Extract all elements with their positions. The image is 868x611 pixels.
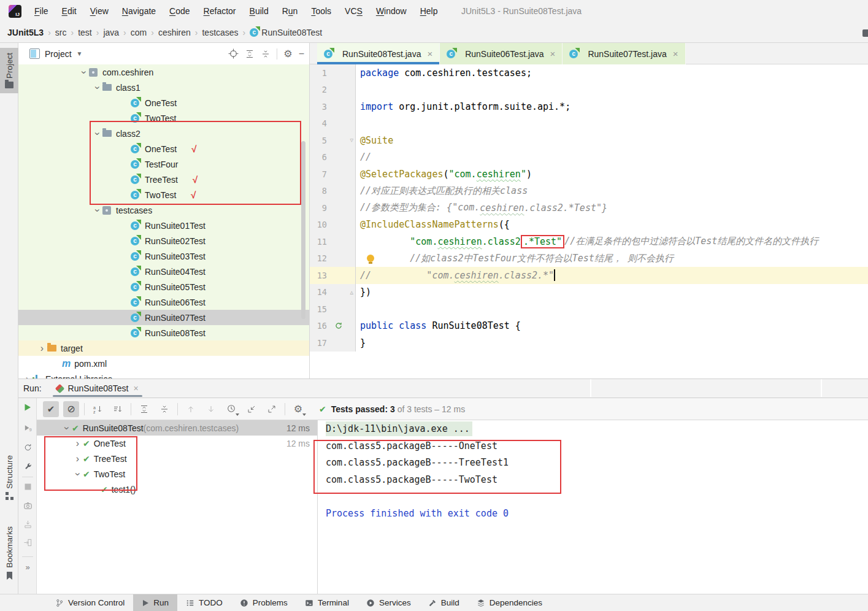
code-line-text[interactable]: public class RunSuite08Test { bbox=[356, 318, 868, 335]
project-tree-item-onetest[interactable]: ›cOneTest√ bbox=[18, 141, 309, 156]
settings-gear-icon[interactable]: ⚙ bbox=[290, 401, 306, 417]
toolwindow-button-run[interactable]: Run bbox=[133, 594, 177, 611]
code-line-text[interactable]: @SelectPackages("com.ceshiren") bbox=[356, 166, 868, 183]
toolwindow-button-services[interactable]: Services bbox=[358, 594, 420, 611]
code-line-text[interactable]: @Suite bbox=[356, 132, 868, 149]
export-tests-icon[interactable] bbox=[264, 401, 280, 417]
toggle-auto-test-icon[interactable] bbox=[18, 443, 37, 452]
show-ignored-icon[interactable]: ⊘ bbox=[63, 401, 79, 417]
sort-by-duration-icon[interactable] bbox=[110, 401, 126, 417]
code-line-1[interactable]: 1package com.ceshiren.testcases; bbox=[310, 64, 868, 82]
project-tree-item-external-libraries[interactable]: ›External Libraries bbox=[18, 371, 309, 379]
project-tree-item-onetest[interactable]: ›cOneTest bbox=[18, 95, 309, 110]
close-icon[interactable]: × bbox=[550, 48, 556, 59]
project-tree-item-runsuite06test[interactable]: ›cRunSuite06Test bbox=[18, 294, 309, 310]
menu-item-refactor[interactable]: Refactor bbox=[197, 0, 243, 22]
code-line-text[interactable] bbox=[356, 82, 868, 99]
project-tree-item-pom-xml[interactable]: ›mpom.xml bbox=[18, 356, 309, 371]
collapse-all-icon[interactable] bbox=[156, 401, 172, 417]
menu-item-view[interactable]: View bbox=[83, 0, 115, 22]
code-line-6[interactable]: 6// bbox=[310, 149, 868, 166]
rerun-icon[interactable] bbox=[18, 403, 37, 412]
run-test-gutter-icon[interactable] bbox=[334, 321, 343, 330]
test-history-clock-icon[interactable] bbox=[223, 401, 239, 417]
toolwindow-button-terminal[interactable]: Terminal bbox=[296, 594, 358, 611]
test-tree-item-runsuite08test[interactable]: ›✔RunSuite08Test (com.ceshiren.testcases… bbox=[37, 420, 317, 436]
chevron-right-icon[interactable]: › bbox=[72, 439, 83, 448]
code-line-16[interactable]: 16public class RunSuite08Test { bbox=[310, 318, 868, 335]
toolwindow-button-dependencies[interactable]: Dependencies bbox=[468, 594, 551, 611]
code-line-4[interactable]: 4 bbox=[310, 115, 868, 133]
expand-all-icon[interactable] bbox=[245, 49, 255, 59]
fold-region-end-icon[interactable]: ▵ bbox=[350, 288, 353, 296]
project-tree-item-runsuite08test[interactable]: ›cRunSuite08Test bbox=[18, 325, 309, 340]
intention-bulb-icon[interactable] bbox=[367, 255, 374, 262]
breadcrumb-item-testcases[interactable]: testcases bbox=[202, 28, 238, 37]
project-tree-item-twotest[interactable]: ›cTwoTest bbox=[18, 110, 309, 126]
code-line-12[interactable]: 12 //如class2中TestFour文件不符合以Test结尾， 则不会执行 bbox=[310, 250, 868, 267]
breadcrumb-item-test[interactable]: test bbox=[78, 28, 92, 37]
project-panel-title[interactable]: Project bbox=[45, 49, 72, 59]
menu-item-help[interactable]: Help bbox=[413, 0, 445, 22]
project-tree-item-runsuite02test[interactable]: ›cRunSuite02Test bbox=[18, 233, 309, 248]
menu-item-run[interactable]: Run bbox=[275, 0, 305, 22]
sort-alphabetically-icon[interactable]: az bbox=[90, 401, 106, 417]
code-line-3[interactable]: 3import org.junit.platform.suite.api.*; bbox=[310, 98, 868, 115]
menu-item-edit[interactable]: Edit bbox=[55, 0, 83, 22]
sidebar-item-project[interactable]: Project bbox=[0, 48, 18, 93]
code-line-text[interactable]: "com.ceshiren.class2.*Test"//在满足条件的包中过滤符… bbox=[356, 233, 868, 250]
code-line-text[interactable] bbox=[356, 115, 868, 133]
chevron-down-icon[interactable]: › bbox=[93, 205, 102, 215]
project-tree-item-twotest[interactable]: ›cTwoTest√ bbox=[18, 187, 309, 202]
collapse-all-icon[interactable] bbox=[261, 49, 271, 59]
project-tree-item-class1[interactable]: ›class1 bbox=[18, 80, 309, 95]
project-tree-item-treetest[interactable]: ›cTreeTest√ bbox=[18, 172, 309, 187]
code-line-text[interactable] bbox=[356, 301, 868, 318]
code-line-8[interactable]: 8//对应正则表达式匹配执行的相关class bbox=[310, 183, 868, 200]
chevron-down-icon[interactable]: › bbox=[73, 469, 83, 479]
toolwindow-button-todo[interactable]: TODO bbox=[177, 594, 231, 611]
code-line-text[interactable]: //如class2中TestFour文件不符合以Test结尾， 则不会执行 bbox=[356, 250, 868, 267]
breadcrumb-item-junit5l3[interactable]: JUnit5L3 bbox=[7, 28, 44, 37]
code-line-text[interactable]: package com.ceshiren.testcases; bbox=[356, 64, 868, 82]
menu-item-code[interactable]: Code bbox=[163, 0, 196, 22]
chevron-down-icon[interactable]: › bbox=[62, 423, 72, 433]
close-icon[interactable]: × bbox=[673, 48, 678, 59]
code-line-text[interactable]: } bbox=[356, 334, 868, 352]
test-tree-item-test1-[interactable]: ✔test1() bbox=[37, 482, 317, 497]
code-line-13[interactable]: 13// "com.ceshiren.class2.*" bbox=[310, 267, 868, 284]
breadcrumb-item-ceshiren[interactable]: ceshiren bbox=[158, 28, 191, 37]
project-tree-item-runsuite07test[interactable]: ›cRunSuite07Test bbox=[18, 310, 309, 325]
chevron-right-icon[interactable]: › bbox=[72, 454, 83, 464]
code-line-text[interactable]: @IncludeClassNamePatterns({ bbox=[356, 217, 868, 234]
chevron-right-icon[interactable]: › bbox=[37, 344, 47, 353]
code-editor[interactable]: 1package com.ceshiren.testcases;23import… bbox=[310, 64, 868, 379]
project-scrollbar[interactable] bbox=[301, 141, 305, 319]
editor-tab-runsuite08test-java[interactable]: cRunSuite08Test.java× bbox=[317, 43, 440, 64]
close-icon[interactable]: × bbox=[427, 48, 432, 59]
sidebar-item-structure[interactable]: Structure bbox=[0, 455, 18, 500]
project-tree-item-class2[interactable]: ›class2 bbox=[18, 126, 309, 141]
next-occurrence-icon[interactable] bbox=[203, 401, 219, 417]
stop-icon[interactable] bbox=[18, 483, 37, 491]
breadcrumb-item-com[interactable]: com bbox=[131, 28, 147, 37]
dump-threads-icon[interactable] bbox=[18, 520, 37, 529]
more-chevron-icon[interactable]: » bbox=[18, 563, 37, 572]
previous-occurrence-icon[interactable] bbox=[183, 401, 199, 417]
project-tree-item-runsuite04test[interactable]: ›cRunSuite04Test bbox=[18, 264, 309, 279]
attach-icon[interactable] bbox=[18, 538, 37, 547]
project-tree-item-runsuite05test[interactable]: ›cRunSuite05Test bbox=[18, 279, 309, 294]
breadcrumb-item-java[interactable]: java bbox=[103, 28, 119, 37]
import-tests-icon[interactable] bbox=[244, 401, 259, 417]
show-passed-icon[interactable]: ✔ bbox=[43, 401, 59, 417]
editor-tab-runsuite06test-java[interactable]: cRunSuite06Test.java× bbox=[440, 43, 563, 64]
project-tree-item-runsuite01test[interactable]: ›cRunSuite01Test bbox=[18, 218, 309, 233]
chevron-down-icon[interactable]: › bbox=[93, 128, 102, 139]
project-tree-item-target[interactable]: ›target bbox=[18, 340, 309, 356]
code-line-9[interactable]: 9//参数类型为集合: {"com.ceshiren.class2.*Test"… bbox=[310, 199, 868, 217]
code-line-text[interactable]: //对应正则表达式匹配执行的相关class bbox=[356, 183, 868, 200]
hide-panel-icon[interactable]: − bbox=[299, 48, 304, 60]
code-line-17[interactable]: 17} bbox=[310, 334, 868, 352]
chevron-right-icon[interactable]: › bbox=[22, 374, 33, 379]
toolwindow-button-build[interactable]: Build bbox=[420, 594, 468, 611]
